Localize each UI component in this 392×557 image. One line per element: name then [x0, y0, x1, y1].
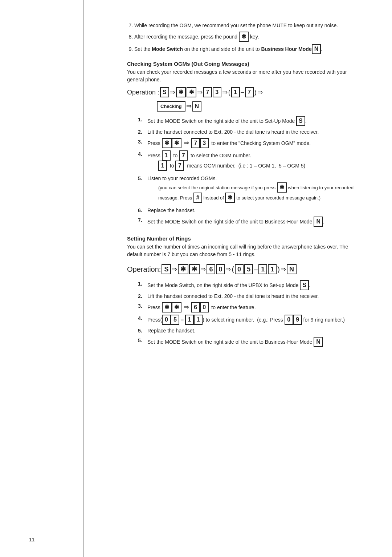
n-s2-5b: N [314, 337, 323, 347]
s2-step3: 3. Press✱✱ ⇒ 60 to enter the feature. [138, 302, 363, 312]
section1-intro: You can check your recorded messages a f… [127, 68, 363, 84]
seven4b: 7 [175, 161, 184, 171]
s-key: S [160, 87, 169, 97]
s2-step4: 4. Press(05 – 11) to select ring number.… [138, 315, 363, 325]
operation-line2: Checking ⇒ N [127, 100, 363, 112]
n-key: N [312, 44, 321, 54]
step5: 5. Listen to your recorded OGMs. (you ca… [138, 175, 363, 205]
s2-step5b: 5. Set the MODE Switch on the right side… [138, 337, 363, 347]
page-number: 11 [29, 537, 35, 542]
s2-step1: 1. Set the Mode Switch, on the right sid… [138, 280, 363, 290]
hash5: # [193, 193, 202, 203]
one4b: 1 [158, 161, 167, 171]
one4: 1 [162, 150, 171, 161]
s2-step5b-content: Set the MODE Switch on the right side of… [147, 337, 363, 347]
s2-step5b-num: 5. [138, 337, 145, 347]
dash-s2-4: – [181, 317, 184, 323]
op-large-line: Operation: S ⇒ ✱ ✱ ⇒ 6 0 ⇒ ( 0 5 – 1 1 )… [127, 262, 363, 277]
arrow-op2-1: ⇒ [172, 263, 177, 276]
step1-num: 1. [138, 116, 145, 126]
six-op2: 6 [207, 264, 215, 274]
section1-steps: 1. Set the MODE Switch on the right side… [138, 116, 363, 227]
star5b: ✱ [225, 193, 235, 203]
s-key-step1: S [296, 116, 305, 126]
star-op2-1: ✱ [178, 264, 188, 274]
step1: 1. Set the MODE Switch on the right side… [138, 116, 363, 126]
operation-line1: Operation : S ⇒ ✱ ✱ ⇒ 7 3 ⇒ ( 1 – 7 ) ⇒ [127, 86, 363, 98]
mode-switch-label: Mode Switch [152, 46, 183, 52]
section2-steps: 1. Set the Mode Switch, on the right sid… [138, 280, 363, 347]
step2-content: Lift the handset connected to Ext. 200 -… [147, 128, 363, 136]
page: While recording the OGM, we recommend yo… [0, 0, 392, 557]
zero-s2-4a: 0 [162, 315, 171, 325]
seven-key: 7 [203, 87, 212, 97]
s2-step1-num: 1. [138, 280, 145, 290]
arrow1: ⇒ [170, 86, 175, 98]
n-key2: N [192, 101, 202, 112]
n-op2: N [287, 264, 297, 274]
step3-content: Press✱✱ ⇒ 73 to enter the "Checking Syst… [147, 138, 363, 148]
paren-op2-open: ( [232, 262, 234, 277]
s-op2: S [162, 264, 171, 274]
zero-s2-4c: 0 [285, 315, 293, 325]
checking-box: Checking [157, 101, 185, 112]
arrow4: ⇒ [257, 86, 263, 98]
content-area: While recording the OGM, we recommend yo… [113, 22, 363, 347]
left-border [83, 0, 84, 557]
step5-content: Listen to your recorded OGMs. (you can s… [147, 175, 363, 205]
s2-step5: 5. Replace the handset. [138, 327, 363, 335]
top-list: While recording the OGM, we recommend yo… [134, 22, 363, 54]
seven-key2: 7 [245, 87, 254, 97]
s2-step4-content: Press(05 – 11) to select ring number. (e… [147, 315, 363, 325]
five-op2: 5 [244, 264, 253, 274]
three3: 3 [200, 138, 209, 148]
step4: 4. Press1 to 7 to select the OGM number.… [138, 150, 363, 173]
arrow-s2-3: ⇒ [184, 302, 189, 312]
zero-op2-2: 0 [235, 264, 244, 274]
arrow-op2-2: ⇒ [200, 263, 206, 276]
step4-note: 1 to 7 means OGM number. (i.e : 1 – OGM … [158, 161, 363, 171]
star5: ✱ [277, 182, 287, 193]
list-item-9: Set the Mode Switch on the right and sid… [134, 44, 363, 54]
zero-op2: 0 [216, 264, 225, 274]
star-key1: ✱ [176, 87, 186, 97]
section2-intro: You can set the number of times an incom… [127, 243, 363, 258]
s2-step3-num: 3. [138, 302, 145, 312]
paren-open: ( [228, 86, 230, 98]
s2-step5-num: 5. [138, 327, 145, 335]
arrow5: ⇒ [186, 100, 192, 112]
pound-key: ✱ [239, 32, 249, 42]
star3a: ✱ [162, 138, 172, 148]
s2-step2-num: 2. [138, 292, 145, 300]
step7-num: 7. [138, 217, 145, 227]
step6-num: 6. [138, 207, 145, 214]
step6-content: Replace the handset. [147, 207, 363, 214]
arrow3a: ⇒ [184, 138, 189, 148]
list-item-8: After recording the message, press the p… [134, 32, 363, 42]
section2-title: Setting Number of Rings [127, 235, 363, 242]
dash1: – [241, 86, 244, 98]
five-s2-4: 5 [171, 315, 179, 325]
step5-num: 5. [138, 175, 145, 205]
s2-step3-content: Press✱✱ ⇒ 60 to enter the feature. [147, 302, 363, 312]
step3-num: 3. [138, 138, 145, 148]
op-label: Operation : [127, 86, 159, 98]
seven4: 7 [179, 150, 188, 161]
one-s2-4a: 1 [185, 315, 194, 325]
s-s2-step1: S [300, 280, 309, 290]
arrow2: ⇒ [197, 86, 203, 98]
step2-num: 2. [138, 128, 145, 136]
paren-op2-close: ) [277, 262, 280, 277]
step4-num: 4. [138, 150, 145, 173]
step7: 7. Set the MODE Switch on the right side… [138, 217, 363, 227]
star-op2-2: ✱ [189, 264, 200, 274]
step5-note: (you can select the original station mes… [158, 182, 363, 203]
one-key: 1 [231, 87, 240, 97]
operation-block: Operation : S ⇒ ✱ ✱ ⇒ 7 3 ⇒ ( 1 – 7 ) ⇒ … [127, 86, 363, 112]
op2-label: Operation: [127, 262, 161, 277]
arrow3: ⇒ [222, 86, 228, 98]
dash-op2: – [254, 262, 258, 277]
one-s2-4b: 1 [194, 315, 203, 325]
nine-s2-4: 9 [293, 315, 302, 325]
business-hour-mode-label: Business Hour Mode [261, 46, 311, 52]
